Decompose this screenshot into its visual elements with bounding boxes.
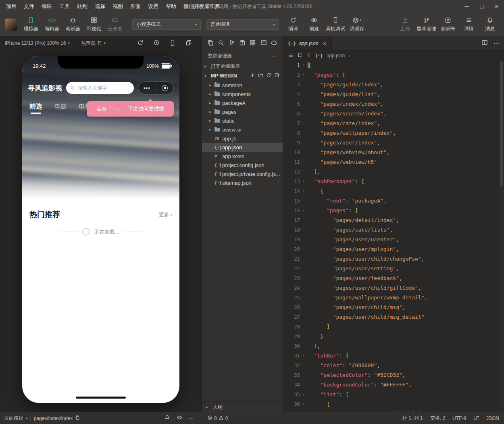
tree-item-project.private.config.js...[interactable]: {·}project.private.config.js... — [202, 169, 283, 178]
editor-toggle-button[interactable]: </> 编辑器 — [43, 14, 61, 35]
fold-icon[interactable]: ▾ — [300, 61, 308, 70]
details-button[interactable]: 详情 — [460, 14, 478, 35]
phone-tab[interactable]: 精选 — [29, 102, 42, 111]
menu-item[interactable]: 选择 — [91, 0, 109, 13]
code-line-15[interactable]: 15 "root": "packageA", — [283, 196, 499, 206]
minimize-capsule-icon[interactable] — [156, 85, 173, 91]
code-line-16[interactable]: 16▾ "pages": [ — [283, 206, 499, 215]
code-line-2[interactable]: 2▾ "pages": [ — [283, 70, 499, 80]
close-tab-icon[interactable]: × — [323, 40, 327, 46]
cloud-dev-button[interactable]: 云开发 — [106, 14, 124, 35]
code-line-12[interactable]: 12 ], — [283, 167, 499, 177]
eye-icon[interactable] — [177, 415, 182, 422]
clear-cache-button[interactable]: ▾ 清缓存 — [348, 14, 366, 35]
more-link[interactable]: 更多 › — [159, 211, 172, 218]
code-line-28[interactable]: 28 ] — [283, 322, 499, 332]
tree-item-app.wxss[interactable]: #app.wxss — [202, 152, 283, 161]
code-line-36[interactable]: 36▾ { — [283, 399, 499, 409]
code-line-19[interactable]: 19 "pages/user/ucenter", — [283, 235, 499, 244]
fold-icon[interactable]: ▾ — [300, 186, 308, 196]
cloud-icon[interactable] — [271, 40, 277, 47]
hot-reload-toggle[interactable]: 热重载 开 — [81, 40, 102, 47]
split-editor-icon[interactable] — [481, 39, 488, 47]
indent-setting[interactable]: 空格: 2 — [430, 415, 445, 422]
code-line-14[interactable]: 14▾ { — [283, 186, 499, 196]
menu-item[interactable]: 帮助 — [162, 0, 180, 13]
fold-icon[interactable]: ▾ — [300, 390, 308, 399]
preview-button[interactable]: 预览 — [305, 14, 323, 35]
menu-item[interactable]: 视图 — [109, 0, 127, 13]
menu-item[interactable]: 项目 — [2, 0, 20, 13]
fold-icon[interactable]: ▾ — [300, 70, 308, 80]
maximize-button[interactable]: □ — [474, 0, 489, 13]
compile-button[interactable]: 编译 — [284, 14, 302, 35]
code-line-5[interactable]: 5 "pages/index/index", — [283, 99, 499, 109]
code-line-1[interactable]: 1▾{ — [283, 61, 499, 70]
error-count[interactable]: 0 — [214, 416, 217, 421]
code-line-30[interactable]: 30 ], — [283, 341, 499, 351]
eol-setting[interactable]: LF — [473, 416, 479, 421]
search-input[interactable] — [77, 85, 130, 91]
package-icon[interactable] — [239, 40, 246, 47]
code-line-33[interactable]: 33 "selectedColor": "#32CD32", — [283, 370, 499, 380]
tree-item-app.json[interactable]: {·}app.json — [202, 143, 283, 152]
code-line-24[interactable]: 24 "pages/user/child/giftCode", — [283, 283, 499, 293]
tree-item-project.config.json[interactable]: {·}project.config.json — [202, 161, 283, 169]
copy-icon[interactable] — [75, 415, 80, 421]
code-line-23[interactable]: 23 "pages/user/feedback", — [283, 274, 499, 283]
code-line-34[interactable]: 34 "backgroundColor": "#FFFFFF", — [283, 380, 499, 390]
code-line-27[interactable]: 27 "pages/user/child/msg_detail" — [283, 312, 499, 322]
version-control-button[interactable]: 版本管理 — [417, 14, 436, 35]
tree-item-packageA[interactable]: ▸packageA — [202, 98, 283, 107]
new-folder-icon[interactable] — [258, 73, 263, 79]
remote-debug-button[interactable]: 真机调试 — [326, 14, 345, 35]
device-icon[interactable] — [169, 40, 176, 47]
tree-item-uview-ui[interactable]: ▸uview-ui — [202, 125, 283, 134]
fold-icon[interactable]: ▾ — [300, 177, 308, 186]
breadcrumb-more[interactable]: ... — [354, 53, 358, 58]
code-line-6[interactable]: 6 "pages/search/index", — [283, 109, 499, 119]
user-avatar[interactable] — [5, 19, 17, 31]
tree-item-static[interactable]: ▸static — [202, 116, 283, 125]
language-mode[interactable]: JSON — [486, 416, 499, 421]
source-control-icon[interactable] — [229, 40, 235, 47]
fold-icon[interactable]: ▾ — [300, 351, 308, 361]
editor-scrollbar[interactable] — [499, 61, 504, 412]
warning-count[interactable]: 0 — [225, 416, 228, 421]
code-line-10[interactable]: 10 "pages/webview/about", — [283, 148, 499, 157]
code-line-29[interactable]: 29 } — [283, 332, 499, 341]
bookmark-icon[interactable] — [297, 52, 302, 59]
visualizer-toggle-button[interactable]: 可视化 — [85, 14, 103, 35]
refresh-icon[interactable] — [137, 40, 144, 47]
code-line-22[interactable]: 22 "pages/user/setting", — [283, 264, 499, 274]
phone-tab[interactable]: 电影 — [54, 103, 67, 111]
upload-button[interactable]: 上传 — [396, 14, 414, 35]
menu-item[interactable]: 编辑 — [38, 0, 56, 13]
collapse-all-icon[interactable] — [274, 73, 279, 79]
simulator-toggle-button[interactable]: 模拟器 — [22, 14, 40, 35]
window-icon[interactable] — [260, 40, 267, 47]
code-line-17[interactable]: 17 "pages/detail/index", — [283, 215, 499, 225]
code-line-7[interactable]: 7 "pages/cate/index", — [283, 119, 499, 128]
fold-icon[interactable]: ▾ — [300, 399, 308, 409]
outline-section[interactable]: ▸ 大纲 — [202, 401, 283, 412]
code-line-20[interactable]: 20 "pages/user/mplogin", — [283, 244, 499, 254]
search-icon[interactable] — [218, 40, 224, 47]
device-select[interactable]: iPhone 12/13 (Pro) 100% 16 — [5, 40, 66, 46]
messages-button[interactable]: 消息 — [481, 14, 499, 35]
scrollbar-thumb[interactable] — [500, 61, 503, 186]
code-line-18[interactable]: 18 "pages/cate/lists", — [283, 225, 499, 235]
float-window-icon[interactable] — [185, 40, 192, 47]
refresh-icon[interactable] — [266, 73, 271, 79]
new-file-icon[interactable] — [250, 73, 255, 79]
code-line-35[interactable]: 35▾ "list": [ — [283, 390, 499, 399]
code-line-11[interactable]: 11 "pages/webview/h5" — [283, 157, 499, 167]
menu-item[interactable]: 微信开发者工具 — [180, 0, 224, 13]
code-line-21[interactable]: 21 "pages/user/child/changePsw", — [283, 254, 499, 264]
code-lines[interactable]: 1▾{2▾ "pages": [3 "pages/guide/index",4 … — [283, 61, 499, 412]
menu-item[interactable]: 工具 — [56, 0, 73, 13]
extensions-icon[interactable] — [250, 40, 256, 47]
code-line-9[interactable]: 9 "pages/user/index", — [283, 138, 499, 148]
mode-select[interactable]: 小程序模式 ▾ — [132, 19, 201, 30]
files-icon[interactable] — [207, 40, 214, 47]
